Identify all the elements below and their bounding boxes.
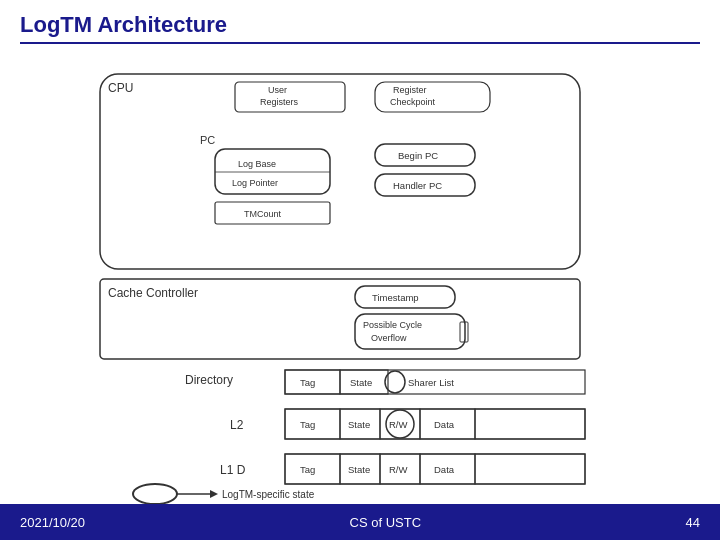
svg-text:Log Pointer: Log Pointer [232, 178, 278, 188]
footer-page-number: 44 [686, 515, 700, 530]
svg-text:Data: Data [434, 419, 455, 430]
svg-text:Overflow: Overflow [371, 333, 407, 343]
svg-text:TMCount: TMCount [244, 209, 282, 219]
svg-text:State: State [348, 419, 370, 430]
svg-text:Checkpoint: Checkpoint [390, 97, 436, 107]
svg-text:Possible Cycle: Possible Cycle [363, 320, 422, 330]
footer: 2021/10/20 CS of USTC 44 [0, 504, 720, 540]
svg-text:Directory: Directory [185, 373, 233, 387]
svg-text:Cache Controller: Cache Controller [108, 286, 198, 300]
svg-text:R/W: R/W [389, 464, 408, 475]
cpu-label: CPU [108, 81, 133, 95]
svg-text:R/W: R/W [389, 419, 408, 430]
svg-marker-59 [210, 490, 218, 498]
svg-text:Begin PC: Begin PC [398, 150, 438, 161]
svg-text:State: State [348, 464, 370, 475]
svg-text:Tag: Tag [300, 377, 315, 388]
architecture-diagram: CPU User Registers Register Checkpoint P… [0, 54, 720, 504]
svg-text:Tag: Tag [300, 464, 315, 475]
svg-text:LogTM-specific state: LogTM-specific state [222, 489, 315, 500]
footer-date: 2021/10/20 [20, 515, 85, 530]
header: LogTM Architecture [0, 0, 720, 50]
svg-rect-25 [460, 322, 468, 342]
footer-institution: CS of USTC [350, 515, 422, 530]
svg-rect-56 [475, 454, 585, 484]
svg-text:Register: Register [393, 85, 427, 95]
svg-point-57 [133, 484, 177, 504]
svg-text:User: User [268, 85, 287, 95]
svg-text:State: State [350, 377, 372, 388]
diagram-area: CPU User Registers Register Checkpoint P… [0, 54, 720, 504]
svg-text:L1 D: L1 D [220, 463, 246, 477]
page-title: LogTM Architecture [20, 12, 700, 38]
svg-text:L2: L2 [230, 418, 244, 432]
svg-text:Tag: Tag [300, 419, 315, 430]
svg-text:Timestamp: Timestamp [372, 292, 419, 303]
svg-text:Log Base: Log Base [238, 159, 276, 169]
svg-rect-0 [100, 74, 580, 269]
svg-text:Handler PC: Handler PC [393, 180, 442, 191]
header-divider [20, 42, 700, 44]
svg-text:Registers: Registers [260, 97, 299, 107]
svg-text:PC: PC [200, 134, 215, 146]
svg-text:Sharer List: Sharer List [408, 377, 454, 388]
svg-text:Data: Data [434, 464, 455, 475]
svg-rect-45 [475, 409, 585, 439]
